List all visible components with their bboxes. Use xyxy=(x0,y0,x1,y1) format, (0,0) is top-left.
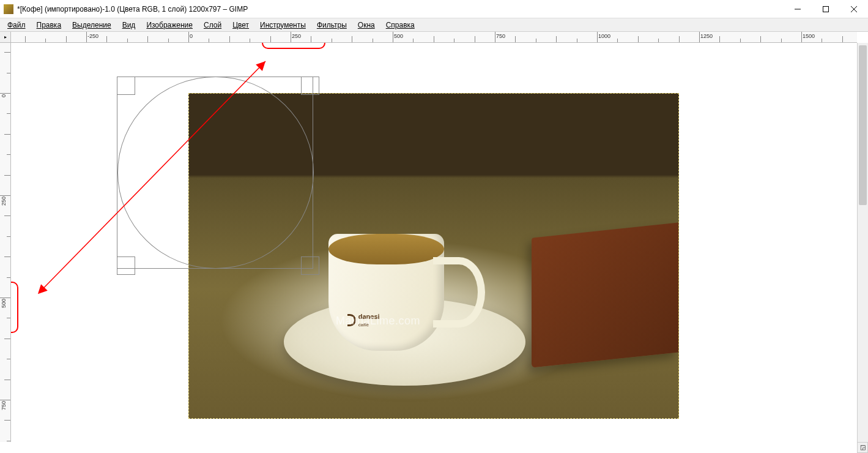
ruler-v-label: 500 xyxy=(1,299,7,308)
selection-handle[interactable] xyxy=(117,77,135,95)
menu-windows[interactable]: Окна xyxy=(353,20,380,31)
selection-handle[interactable] xyxy=(301,256,319,275)
close-button[interactable] xyxy=(840,0,868,18)
ruler-v-label: 250 xyxy=(1,197,7,206)
cup-object: danesi caffè xyxy=(306,191,492,386)
menu-help[interactable]: Справка xyxy=(381,20,420,31)
app-icon xyxy=(4,4,13,14)
ruler-h-label: 1500 xyxy=(803,33,815,39)
workspace: ▸ -2500250500750100012501500 0250500750 … xyxy=(0,32,868,453)
maximize-button[interactable] xyxy=(812,0,840,18)
ruler-v-label: 0 xyxy=(1,94,7,97)
window-title: *[Кофе] (импортировано)-1.0 (Цвета RGB, … xyxy=(17,5,248,13)
selection-bounding-box[interactable] xyxy=(117,77,313,269)
menu-file[interactable]: Файл xyxy=(2,20,31,31)
ruler-v-label: 750 xyxy=(1,401,7,410)
menu-filters[interactable]: Фильтры xyxy=(312,20,352,31)
menu-select[interactable]: Выделение xyxy=(67,20,116,31)
watermark-text: MalinaLime.com xyxy=(336,315,420,328)
ruler-horizontal[interactable]: -2500250500750100012501500 xyxy=(11,32,857,43)
ruler-corner[interactable]: ▸ xyxy=(0,32,11,43)
menubar: Файл Правка Выделение Вид Изображение Сл… xyxy=(0,18,868,32)
selection-handle[interactable] xyxy=(301,77,319,95)
window-controls xyxy=(784,0,868,18)
menu-layer[interactable]: Слой xyxy=(199,20,226,31)
ruler-h-label: 750 xyxy=(496,33,505,39)
ruler-h-label: 1000 xyxy=(598,33,610,39)
book-object xyxy=(532,222,678,367)
annotation-oval-top xyxy=(262,43,325,49)
minimize-button[interactable] xyxy=(784,0,812,18)
ruler-h-label: 500 xyxy=(394,33,403,39)
selection-handle[interactable] xyxy=(117,256,135,275)
svg-rect-0 xyxy=(823,6,829,12)
scrollbar-thumb[interactable] xyxy=(859,45,867,205)
menu-view[interactable]: Вид xyxy=(117,20,141,31)
ruler-vertical[interactable]: 0250500750 xyxy=(0,43,11,442)
window-titlebar: *[Кофе] (импортировано)-1.0 (Цвета RGB, … xyxy=(0,0,868,18)
ruler-h-label: 250 xyxy=(292,33,301,39)
ruler-h-label: 0 xyxy=(190,33,193,39)
navigator-button[interactable]: ◲ xyxy=(857,442,868,453)
menu-edit[interactable]: Правка xyxy=(32,20,67,31)
canvas-area[interactable]: danesi caffè MalinaLime.com xyxy=(11,43,857,442)
annotation-oval-left xyxy=(11,282,18,333)
menu-color[interactable]: Цвет xyxy=(228,20,254,31)
ruler-h-label: -250 xyxy=(87,33,98,39)
menu-tools[interactable]: Инструменты xyxy=(255,20,311,31)
ruler-h-label: 1250 xyxy=(700,33,713,39)
menu-image[interactable]: Изображение xyxy=(141,20,198,31)
scrollbar-vertical[interactable]: ◲ xyxy=(857,43,868,442)
